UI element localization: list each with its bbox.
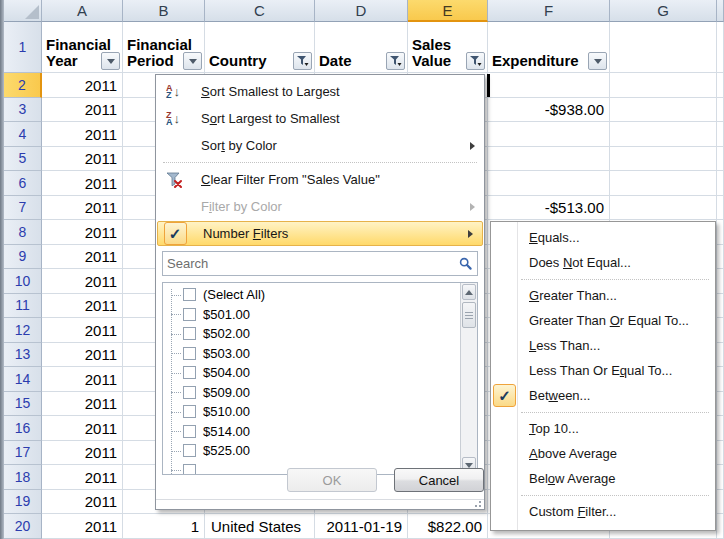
checkbox-select-all[interactable]	[183, 288, 196, 301]
filter-button-E[interactable]	[466, 52, 485, 70]
cell-G2[interactable]	[610, 73, 717, 98]
value-row-502-00[interactable]: $502.00	[163, 324, 460, 344]
cell-G3[interactable]	[610, 98, 717, 123]
list-scrollbar[interactable]	[460, 283, 477, 474]
cell-value-A14[interactable]: 2011	[42, 367, 123, 392]
cell-C1[interactable]: Country	[205, 22, 315, 73]
row-header-1[interactable]: 1	[4, 22, 42, 73]
magnifier-icon[interactable]	[455, 257, 477, 271]
cell-value-D20[interactable]: 2011-01-19	[315, 514, 408, 539]
cell-value-C20[interactable]: United States	[205, 514, 315, 539]
scrollbar-thumb[interactable]	[462, 302, 476, 328]
cancel-button[interactable]: Cancel	[394, 468, 484, 492]
cell-value-F3[interactable]: -$938.00	[488, 98, 610, 123]
submenu-item-custom-filter[interactable]: Custom Filter...	[491, 499, 715, 524]
column-header-F[interactable]: F	[488, 0, 610, 22]
row-header-16[interactable]: 16	[4, 416, 42, 441]
column-header-G[interactable]: G	[610, 0, 717, 22]
row-header-2[interactable]: 2	[4, 73, 42, 98]
scroll-up-icon[interactable]	[462, 284, 476, 300]
dropdown-button-A[interactable]	[101, 52, 120, 70]
cell-value-A12[interactable]: 2011	[42, 318, 123, 343]
row-header-20[interactable]: 20	[4, 514, 42, 539]
resize-grip-strip[interactable]	[156, 499, 484, 509]
cell-value-A17[interactable]: 2011	[42, 441, 123, 466]
cell-G1[interactable]	[610, 22, 717, 73]
row-header-19[interactable]: 19	[4, 490, 42, 515]
row-header-18[interactable]: 18	[4, 465, 42, 490]
filter-button-C[interactable]	[293, 52, 312, 70]
submenu-item-greater-than-or-equal-to[interactable]: Greater Than Or Equal To...	[491, 308, 715, 333]
row-header-11[interactable]: 11	[4, 294, 42, 319]
cell-F5[interactable]	[488, 147, 610, 172]
row-header-15[interactable]: 15	[4, 392, 42, 417]
submenu-item-does-not-equal[interactable]: Does Not Equal...	[491, 250, 715, 275]
cell-value-A11[interactable]: 2011	[42, 294, 123, 319]
cell-value-A19[interactable]: 2011	[42, 490, 123, 515]
checkbox-510-00[interactable]	[183, 405, 196, 418]
cell-value-A4[interactable]: 2011	[42, 122, 123, 147]
cell-value-F7[interactable]: -$513.00	[488, 196, 610, 221]
column-header-A[interactable]: A	[42, 0, 123, 22]
row-header-8[interactable]: 8	[4, 220, 42, 245]
checkbox-504-00[interactable]	[183, 366, 196, 379]
cell-value-A2[interactable]: 2011	[42, 73, 123, 98]
submenu-item-top-10[interactable]: Top 10...	[491, 416, 715, 441]
column-header-D[interactable]: D	[315, 0, 408, 22]
checkbox-503-00[interactable]	[183, 347, 196, 360]
resize-grip[interactable]	[469, 501, 481, 507]
value-row-select-all[interactable]: (Select All)	[163, 285, 460, 305]
cell-G5[interactable]	[610, 147, 717, 172]
cell-F1[interactable]: Expenditure	[488, 22, 610, 73]
cell-value-A8[interactable]: 2011	[42, 220, 123, 245]
cell-value-A15[interactable]: 2011	[42, 392, 123, 417]
select-all-corner[interactable]	[4, 0, 42, 22]
row-header-10[interactable]: 10	[4, 269, 42, 294]
cell-value-A6[interactable]: 2011	[42, 171, 123, 196]
value-row-503-00[interactable]: $503.00	[163, 344, 460, 364]
column-header-C[interactable]: C	[205, 0, 315, 22]
value-row-509-00[interactable]: $509.00	[163, 383, 460, 403]
dropdown-button-B[interactable]	[183, 52, 202, 70]
cell-value-A3[interactable]: 2011	[42, 98, 123, 123]
menu-item-clear-filter-from-sales-value[interactable]: Clear Filter From "Sales Value"	[156, 166, 484, 193]
cell-F2[interactable]	[488, 73, 610, 98]
row-header-6[interactable]: 6	[4, 171, 42, 196]
row-header-13[interactable]: 13	[4, 343, 42, 368]
row-header-7[interactable]: 7	[4, 196, 42, 221]
row-header-17[interactable]: 17	[4, 441, 42, 466]
filter-button-D[interactable]	[386, 52, 405, 70]
cell-G7[interactable]	[610, 196, 717, 221]
cell-value-A20[interactable]: 2011	[42, 514, 123, 539]
submenu-item-less-than-or-equal-to[interactable]: Less Than Or Equal To...	[491, 358, 715, 383]
row-header-14[interactable]: 14	[4, 367, 42, 392]
row-header-9[interactable]: 9	[4, 245, 42, 270]
menu-item-sort-largest-to-smallest[interactable]: ZA↓Sort Largest to Smallest	[156, 105, 484, 132]
row-header-4[interactable]: 4	[4, 122, 42, 147]
submenu-item-equals[interactable]: Equals...	[491, 225, 715, 250]
cell-value-A13[interactable]: 2011	[42, 343, 123, 368]
cell-value-A5[interactable]: 2011	[42, 147, 123, 172]
search-input[interactable]	[163, 256, 455, 271]
menu-item-sort-by-color[interactable]: Sort by Color	[156, 132, 484, 159]
cell-F4[interactable]	[488, 122, 610, 147]
row-header-3[interactable]: 3	[4, 98, 42, 123]
checkbox-509-00[interactable]	[183, 386, 196, 399]
menu-item-number-filters[interactable]: ✓Number Filters	[157, 221, 483, 246]
cell-value-A7[interactable]: 2011	[42, 196, 123, 221]
cell-A1[interactable]: Financial Year	[42, 22, 123, 73]
value-row-501-00[interactable]: $501.00	[163, 305, 460, 325]
cell-F6[interactable]	[488, 171, 610, 196]
cell-value-A18[interactable]: 2011	[42, 465, 123, 490]
cell-value-A16[interactable]: 2011	[42, 416, 123, 441]
cell-value-E20[interactable]: $822.00	[408, 514, 488, 539]
submenu-item-above-average[interactable]: Above Average	[491, 441, 715, 466]
column-header-E[interactable]: E	[408, 0, 488, 22]
menu-item-sort-smallest-to-largest[interactable]: AZ↓Sort Smallest to Largest	[156, 78, 484, 105]
dropdown-button-F[interactable]	[588, 52, 607, 70]
value-row-514-00[interactable]: $514.00	[163, 422, 460, 442]
checkbox-501-00[interactable]	[183, 308, 196, 321]
cell-value-B20[interactable]: 1	[123, 514, 205, 539]
value-row-510-00[interactable]: $510.00	[163, 402, 460, 422]
cell-E1[interactable]: Sales Value	[408, 22, 488, 73]
